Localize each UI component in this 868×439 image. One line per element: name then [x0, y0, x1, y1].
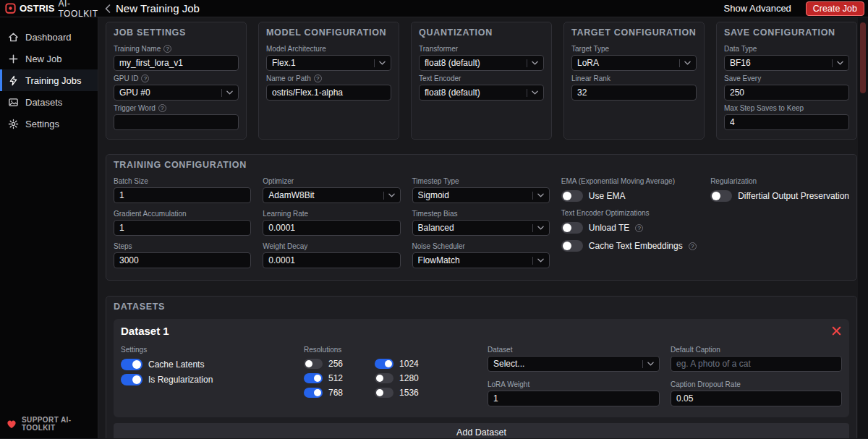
sidebar-item-training-jobs[interactable]: Training Jobs	[0, 69, 98, 91]
data-type-select[interactable]: BF16	[724, 55, 849, 71]
linear-rank-input[interactable]	[571, 85, 697, 101]
training-name-field: Training Name ?	[114, 45, 239, 71]
toggle-knob	[314, 375, 321, 382]
resolution-1024-toggle[interactable]	[375, 359, 393, 369]
help-icon[interactable]: ?	[689, 242, 697, 250]
help-icon[interactable]: ?	[635, 224, 643, 232]
remove-dataset-button[interactable]	[831, 325, 842, 336]
add-dataset-button[interactable]: Add Dataset	[114, 423, 849, 438]
text-encoder-label-row: Text Encoder	[419, 74, 544, 82]
unload-te-label: Unload TE	[589, 223, 629, 233]
caption-dropout-rate-input[interactable]	[671, 391, 842, 406]
resolution-1280-row: 1280	[375, 373, 419, 383]
weight-decay-label-row: Weight Decay	[263, 242, 400, 250]
is-regularization-toggle[interactable]	[121, 374, 142, 385]
steps-input[interactable]	[114, 252, 251, 268]
weight-decay-label: Weight Decay	[263, 242, 307, 250]
dataset-select[interactable]: Select...	[488, 356, 660, 372]
max-step-saves-input[interactable]	[724, 114, 849, 130]
timestep-bias-label: Timestep Bias	[412, 210, 458, 218]
max-step-saves-label: Max Step Saves to Keep	[724, 104, 804, 112]
resolutions-group-label: Resolutions	[304, 346, 477, 354]
back-button[interactable]	[105, 4, 111, 13]
help-icon[interactable]: ?	[314, 74, 322, 82]
noise-scheduler-select[interactable]: FlowMatch	[412, 252, 550, 268]
resolution-1280-toggle[interactable]	[375, 373, 393, 383]
sidebar-item-datasets[interactable]: Datasets	[0, 91, 98, 113]
show-advanced-button[interactable]: Show Advanced	[720, 2, 796, 14]
training-configuration-panel: TRAINING CONFIGURATION Batch Size Gradie…	[106, 154, 857, 281]
resolution-1536-toggle[interactable]	[375, 388, 393, 398]
support-label: SUPPORT AI-TOOLKIT	[22, 416, 98, 432]
default-caption-input[interactable]	[671, 356, 842, 372]
sidebar-item-label: Datasets	[25, 97, 62, 108]
name-or-path-field: Name or Path ?	[266, 74, 391, 101]
optimizer-select[interactable]: AdamW8Bit	[263, 187, 400, 203]
chevron-down-icon	[647, 362, 654, 366]
resolutions-group: Resolutions 256 512	[304, 346, 477, 410]
gpu-id-select[interactable]: GPU #0	[114, 85, 239, 101]
help-icon[interactable]: ?	[163, 45, 171, 53]
gradient-accumulation-field: Gradient Accumulation	[114, 210, 251, 236]
help-icon[interactable]: ?	[158, 104, 166, 112]
model-architecture-select[interactable]: Flex.1	[266, 55, 391, 71]
text-encoder-select[interactable]: float8 (default)	[419, 85, 544, 101]
name-or-path-input[interactable]	[266, 85, 391, 101]
target-type-select[interactable]: LoRA	[571, 55, 697, 71]
model-architecture-selected-value: Flex.1	[272, 58, 371, 68]
resolution-1536-label: 1536	[399, 388, 419, 398]
sidebar: Dashboard New Job Training Jobs Datasets	[0, 17, 98, 438]
steps-label: Steps	[114, 242, 132, 250]
resolution-768-toggle[interactable]	[304, 388, 323, 398]
create-job-button[interactable]: Create Job	[806, 1, 864, 16]
select-divider	[532, 224, 533, 232]
batch-size-input[interactable]	[114, 187, 251, 203]
differential-output-preservation-toggle[interactable]	[710, 190, 732, 202]
name-or-path-label-row: Name or Path ?	[266, 74, 391, 82]
linear-rank-field: Linear Rank	[571, 74, 697, 101]
resolutions-col-1: 256 512 768	[304, 359, 343, 398]
support-ai-toolkit-link[interactable]: SUPPORT AI-TOOLKIT	[7, 416, 98, 432]
cache-latents-toggle[interactable]	[121, 359, 142, 370]
chevron-down-icon	[388, 193, 395, 197]
toggle-knob	[132, 375, 141, 384]
learning-rate-input[interactable]	[263, 220, 400, 236]
scrollbar-thumb[interactable]	[860, 22, 866, 93]
resolution-512-toggle[interactable]	[304, 373, 323, 383]
unload-te-row: Unload TE ?	[561, 222, 699, 234]
resolution-256-toggle[interactable]	[304, 359, 323, 369]
cache-text-embeddings-toggle[interactable]	[561, 240, 583, 252]
timestep-type-select[interactable]: Sigmoid	[412, 187, 550, 203]
scrollbar[interactable]	[858, 17, 868, 438]
steps-field: Steps	[114, 242, 251, 268]
close-icon	[831, 325, 842, 336]
gradient-accumulation-input[interactable]	[114, 220, 251, 236]
name-or-path-label: Name or Path	[266, 74, 311, 82]
unload-te-toggle[interactable]	[561, 222, 583, 234]
lora-weight-input[interactable]	[488, 391, 660, 406]
sidebar-item-settings[interactable]: Settings	[0, 113, 98, 135]
sidebar-item-dashboard[interactable]: Dashboard	[0, 26, 98, 48]
use-ema-toggle[interactable]	[561, 190, 583, 202]
dataset-selected-value: Select...	[493, 359, 639, 369]
timestep-type-selected-value: Sigmoid	[418, 190, 529, 200]
caption-dropout-rate-label: Caption Dropout Rate	[671, 380, 741, 388]
training-name-input[interactable]	[114, 55, 239, 71]
panel-title: JOB SETTINGS	[114, 27, 239, 38]
app-root: OSTRIS AI-TOOLKIT New Training Job Show …	[0, 0, 868, 439]
save-every-input[interactable]	[724, 85, 849, 101]
transformer-select[interactable]: float8 (default)	[419, 55, 544, 71]
weight-decay-input[interactable]	[263, 252, 400, 268]
timestep-type-field: Timestep Type Sigmoid	[412, 177, 550, 203]
sidebar-item-new-job[interactable]: New Job	[0, 48, 98, 69]
model-architecture-field: Model Architecture Flex.1	[266, 45, 391, 71]
trigger-word-input[interactable]	[114, 114, 239, 130]
help-icon[interactable]: ?	[141, 74, 149, 82]
optimizer-selected-value: AdamW8Bit	[268, 190, 380, 200]
home-icon	[8, 32, 19, 43]
select-divider	[527, 89, 527, 97]
timestep-bias-select[interactable]: Balanced	[412, 220, 550, 236]
sidebar-item-label: New Job	[25, 54, 62, 64]
select-divider	[383, 192, 384, 200]
page-title: New Training Job	[116, 2, 200, 14]
